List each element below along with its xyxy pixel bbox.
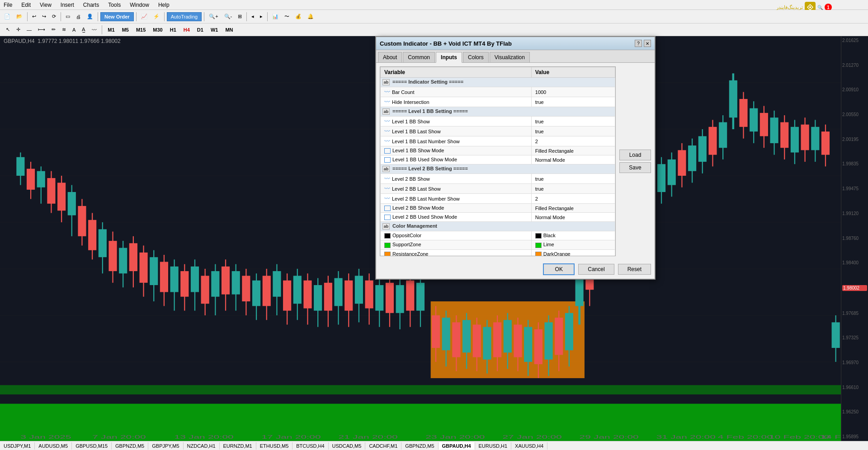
tab-eurnzd[interactable]: EURNZD,M1	[220, 442, 256, 450]
zoom-in-btn[interactable]: 🔍+	[207, 12, 220, 21]
open-btn[interactable]: 📂	[14, 12, 25, 21]
text-btn[interactable]: A	[70, 26, 78, 34]
save-button[interactable]: Save	[619, 162, 651, 173]
draw-btn[interactable]: ✏	[49, 25, 58, 34]
table-row[interactable]: 〰Hide Intersectiontrue	[381, 97, 615, 107]
table-row[interactable]: 〰Level 2 BB Last Showtrue	[381, 184, 615, 194]
menu-insert[interactable]: Insert	[59, 1, 76, 9]
tab-usdjpy[interactable]: USDJPY,M1	[0, 442, 35, 450]
tab-gbpusd[interactable]: GBPUSD,M15	[72, 442, 112, 450]
zoom-out-btn[interactable]: 🔍-	[222, 12, 235, 21]
dialog-help-button[interactable]: ?	[635, 40, 642, 47]
col-value: Value	[531, 67, 615, 78]
table-row[interactable]: OppositColorBlack	[381, 231, 615, 240]
tf-m30[interactable]: M30	[150, 26, 165, 34]
tab-btcusd[interactable]: BTCUSD,H4	[292, 442, 328, 450]
tf-mn[interactable]: MN	[222, 26, 236, 34]
sep6	[204, 12, 204, 21]
expert-btn[interactable]: ⚡	[151, 12, 162, 21]
table-row[interactable]: 〰Bar Count1000	[381, 87, 615, 97]
tf-h1[interactable]: H1	[167, 26, 179, 34]
deposit-btn[interactable]: 💰	[293, 12, 304, 21]
menu-file[interactable]: File	[2, 1, 14, 9]
tf-h4[interactable]: H4	[181, 26, 193, 34]
tab-gbpnzd2[interactable]: GBPNZD,M5	[401, 442, 438, 450]
tab-common[interactable]: Common	[403, 52, 435, 62]
navigator-btn[interactable]: ◂	[249, 12, 256, 21]
tab-audusd[interactable]: AUDUSD,M5	[35, 442, 72, 450]
table-row[interactable]: 〰Level 2 BB Last Number Show2	[381, 194, 615, 204]
tab-xauusd[interactable]: XAUUSD,H4	[511, 442, 547, 450]
table-row[interactable]: ab===== Level 1 BB Setting =====	[381, 107, 615, 117]
reset-button[interactable]: Reset	[618, 264, 651, 275]
rect-btn[interactable]: ▭	[63, 12, 72, 21]
tab-gbpaud[interactable]: GBPAUD,H4	[439, 442, 475, 450]
dialog-close-button[interactable]: ✕	[644, 40, 651, 47]
label-btn[interactable]: A̲	[80, 25, 88, 34]
menu-charts[interactable]: Charts	[81, 1, 101, 9]
table-row[interactable]: 〰Level 1 BB Last Number Show2	[381, 136, 615, 146]
tab-gbpjpy[interactable]: GBPJPY,M5	[148, 442, 183, 450]
svg-rect-55	[232, 271, 240, 294]
table-row[interactable]: ResistanceZoneDarkOrange	[381, 249, 615, 256]
new-order-button[interactable]: New Order	[100, 12, 134, 21]
tab-about[interactable]: About	[378, 52, 402, 62]
tf-d1[interactable]: D1	[194, 26, 206, 34]
tab-gbpnzd1[interactable]: GBPNZD,M5	[112, 442, 148, 450]
fib-btn[interactable]: ≋	[60, 25, 68, 34]
menu-view[interactable]: View	[38, 1, 53, 9]
table-row[interactable]: Level 1 BB Show ModeFilled Rectangale	[381, 146, 615, 155]
cursor-btn[interactable]: ↖	[4, 25, 12, 34]
tab-visualization[interactable]: Visualization	[490, 52, 530, 62]
tab-nzdcad[interactable]: NZDCAD,H1	[184, 442, 220, 450]
tab-usdcad[interactable]: USDCAD,M5	[329, 442, 366, 450]
table-row[interactable]: Level 1 BB Used Show ModeNormal Mode	[381, 155, 615, 164]
data-btn[interactable]: ▸	[258, 12, 265, 21]
table-row[interactable]: 〰Level 1 BB Last Showtrue	[381, 127, 615, 136]
table-row[interactable]: abColor Management	[381, 222, 615, 231]
refresh-btn[interactable]: ⟳	[50, 12, 58, 21]
tab-inputs[interactable]: Inputs	[436, 52, 462, 63]
fit-btn[interactable]: ⊞	[236, 12, 244, 21]
line-btn[interactable]: —	[24, 26, 34, 34]
svg-rect-15	[27, 169, 35, 190]
table-row[interactable]: 〰Level 1 BB Showtrue	[381, 117, 615, 127]
new-chart-btn[interactable]: 📄	[2, 12, 13, 21]
table-row[interactable]: Level 2 BB Used Show ModeNormal Mode	[381, 213, 615, 222]
back-btn[interactable]: ↩	[30, 12, 38, 21]
autotrading-button[interactable]: AutoTrading	[167, 12, 202, 21]
menu-help[interactable]: Help	[156, 1, 171, 9]
menu-edit[interactable]: Edit	[19, 1, 33, 9]
tab-ethusd[interactable]: ETHUSD,M5	[256, 442, 293, 450]
tf-m15[interactable]: M15	[133, 26, 148, 34]
tab-colors[interactable]: Colors	[463, 52, 489, 62]
table-row[interactable]: ab===== Level 2 BB Setting =====	[381, 164, 615, 174]
tab-eurusd[interactable]: EURUSD,H1	[475, 442, 512, 450]
menu-window[interactable]: Window	[128, 1, 151, 9]
ok-button[interactable]: OK	[543, 263, 575, 275]
table-row[interactable]: Level 2 BB Show ModeFilled Rectangale	[381, 204, 615, 213]
chart-type-btn[interactable]: 📈	[139, 12, 150, 21]
tf-w1[interactable]: W1	[208, 26, 221, 34]
tf-m5[interactable]: M5	[119, 26, 132, 34]
crosshair-btn[interactable]: ✛	[14, 25, 23, 34]
forward-btn[interactable]: ↪	[40, 12, 48, 21]
tab-cadchf[interactable]: CADCHF,M1	[365, 442, 401, 450]
ticks-btn[interactable]: 〜	[282, 12, 292, 21]
params-table-container[interactable]: Variable Value ab===== Indicator Setting…	[380, 66, 616, 256]
table-row[interactable]: 〰Level 2 BB Showtrue	[381, 174, 615, 184]
cancel-button[interactable]: Cancel	[578, 264, 614, 275]
svg-rect-97	[452, 322, 460, 357]
alert-btn[interactable]: 🔔	[305, 12, 316, 21]
tf-m1[interactable]: M1	[105, 26, 117, 34]
menu-tools[interactable]: Tools	[106, 1, 123, 9]
profile-btn[interactable]: 👤	[85, 12, 95, 21]
table-row[interactable]: SupportZoneLime	[381, 240, 615, 249]
wave-btn[interactable]: 〰	[90, 26, 99, 34]
market-btn[interactable]: 📊	[270, 12, 281, 21]
load-button[interactable]: Load	[619, 150, 651, 160]
table-row[interactable]: ab===== Indicator Setting =====	[381, 78, 615, 87]
print-btn[interactable]: 🖨	[74, 13, 83, 21]
search-icon[interactable]: 🔍	[817, 5, 823, 10]
hline-btn[interactable]: ⟼	[36, 25, 47, 34]
